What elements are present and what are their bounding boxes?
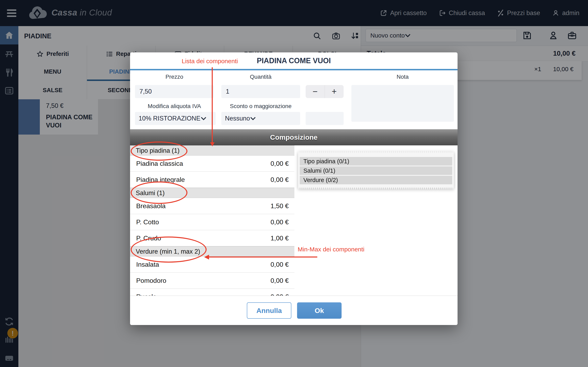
annotation-ellipse-verdure	[131, 236, 207, 263]
cancel-button[interactable]: Annulla	[247, 302, 291, 319]
annotation-vertical-arrow-line	[212, 67, 213, 143]
discount-value-input[interactable]	[306, 112, 344, 125]
composition-section-header: Composizione	[130, 129, 458, 145]
component-price: 0,00 €	[270, 176, 294, 184]
discount-select[interactable]: Nessuno	[221, 112, 300, 125]
modal-footer: Annulla Ok	[130, 296, 458, 325]
summary-receipt: Tipo piadina (0/1) Salumi (0/1) Verdure …	[298, 150, 454, 190]
vat-select[interactable]: 10% RISTORAZIONE	[135, 112, 216, 125]
component-name: Rucola	[130, 293, 156, 296]
composition-summary-pane: Tipo piadina (0/1) Salumi (0/1) Verdure …	[294, 145, 458, 296]
price-label: Prezzo	[135, 74, 214, 80]
chevron-down-icon	[200, 117, 207, 120]
modal-title-divider	[130, 69, 458, 70]
component-price: 0,00 €	[270, 293, 294, 296]
summary-row[interactable]: Verdure (0/2)	[300, 176, 452, 184]
component-name: Piadina classica	[130, 160, 183, 167]
component-price: 1,50 €	[270, 202, 294, 210]
note-textarea[interactable]	[351, 85, 454, 122]
component-name: Insalata	[130, 261, 159, 268]
component-row[interactable]: P. Cotto0,00 €	[130, 214, 294, 230]
ok-button[interactable]: Ok	[297, 302, 342, 319]
qty-stepper: − +	[306, 85, 344, 98]
annotation-ellipse-tipo-piadina	[131, 142, 187, 161]
modal-title: PIADINA COME VUOI	[130, 52, 458, 69]
component-name: Pomodoro	[130, 277, 166, 284]
note-label: Nota	[351, 74, 454, 80]
annotation-ellipse-salumi	[131, 182, 187, 204]
component-price: 1,00 €	[270, 234, 294, 242]
annotation-vertical-arrow-head	[210, 142, 215, 146]
vat-label: Modifica aliquota IVA	[135, 103, 214, 109]
receipt-zigzag-edge	[298, 187, 454, 190]
component-name: P. Cotto	[130, 218, 159, 226]
component-price: 0,00 €	[270, 261, 294, 268]
component-price: 0,00 €	[270, 218, 294, 226]
qty-label: Quantità	[221, 74, 300, 80]
composition-list: Tipo piadina (1) Piadina classica0,00 € …	[130, 145, 295, 296]
qty-increment-button[interactable]: +	[325, 85, 344, 98]
price-input[interactable]: 7,50	[135, 85, 214, 98]
discount-select-value: Nessuno	[225, 115, 250, 122]
summary-row[interactable]: Tipo piadina (0/1)	[300, 157, 452, 166]
component-row[interactable]: Rucola0,00 €	[130, 289, 294, 296]
annotation-horizontal-arrow-head	[204, 255, 209, 259]
qty-decrement-button[interactable]: −	[306, 85, 325, 98]
component-row[interactable]: Pomodoro0,00 €	[130, 273, 294, 289]
annotation-minmax-note: Min-Max dei componenti	[298, 246, 364, 253]
summary-row[interactable]: Salumi (0/1)	[300, 166, 452, 175]
chevron-down-icon	[250, 117, 256, 120]
component-price: 0,00 €	[270, 160, 294, 167]
receipt-zigzag-edge	[298, 150, 454, 153]
qty-input[interactable]: 1	[221, 85, 300, 98]
vat-select-value: 10% RISTORAZIONE	[139, 115, 200, 122]
annotation-horizontal-arrow-line	[209, 257, 317, 258]
annotation-list-note: Lista dei componenti	[182, 58, 238, 65]
component-price: 0,00 €	[270, 277, 294, 284]
discount-label: Sconto o maggiorazione	[221, 103, 300, 109]
